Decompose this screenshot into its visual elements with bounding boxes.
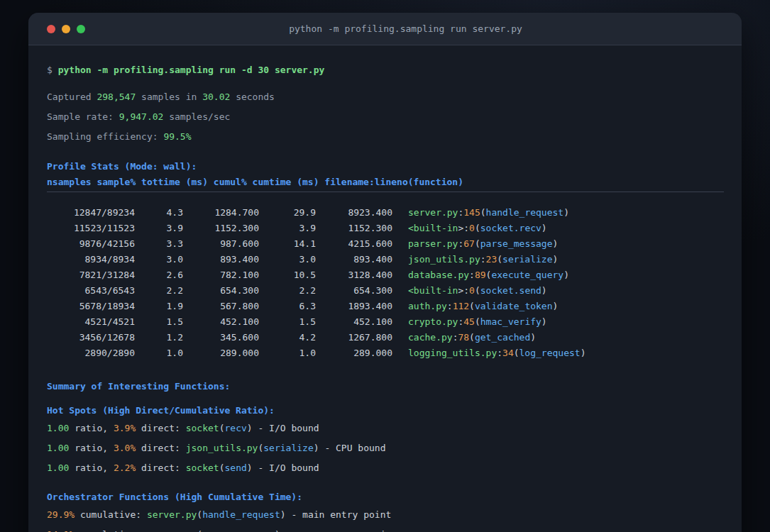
orchestrator-line: 14.1% cumulative: parser.py(parse_messag… <box>47 527 724 532</box>
text-segment: ( <box>475 223 480 233</box>
table-cell: 4215.600 <box>316 236 392 252</box>
table-cell-filename: json_utils.py:23(serialize) <box>408 254 558 265</box>
text-segment: direct: <box>136 423 185 433</box>
terminal-output[interactable]: $ python -m profiling.sampling run -d 30… <box>28 45 742 532</box>
table-cell: 3.0 <box>259 252 316 267</box>
table-cell: 452.100 <box>316 314 392 330</box>
orchestrator-line: 29.9% cumulative: server.py(handle_reque… <box>47 507 724 523</box>
table-cell: 3.9 <box>259 221 316 236</box>
close-button[interactable] <box>47 25 55 33</box>
text-segment: socket.send <box>480 285 541 296</box>
table-cell: 8934/8934 <box>47 252 135 267</box>
table-cell: 345.600 <box>183 330 259 345</box>
table-cell: 2.2 <box>259 283 316 299</box>
text-segment: ( <box>197 509 202 520</box>
table-cell: 4521/4521 <box>47 314 135 330</box>
table-row: 9876/421563.3987.60014.14215.600parser.p… <box>47 236 724 252</box>
table-cell: 29.9 <box>259 205 316 221</box>
text-segment: execute_query <box>491 270 563 280</box>
table-cell: 654.300 <box>316 283 392 299</box>
table-cell: 1893.400 <box>316 299 392 314</box>
text-segment: 30.02 <box>202 92 230 102</box>
text-segment: ) <box>280 509 286 520</box>
text-segment: ( <box>497 254 502 265</box>
maximize-button[interactable] <box>77 25 85 33</box>
text-segment: 2.2% <box>114 462 136 473</box>
text-segment: ( <box>469 301 475 311</box>
table-row: 6543/65432.2654.3002.2654.300<built-in>:… <box>47 283 724 299</box>
table-row: 11523/115233.91152.3003.91152.300<built-… <box>47 221 724 236</box>
text-segment: json_utils.py <box>186 443 258 453</box>
table-cell: 8923.400 <box>316 205 392 221</box>
text-segment: recv <box>225 423 247 433</box>
table-cell: 1152.300 <box>183 221 259 236</box>
text-segment: serialize <box>502 254 552 265</box>
table-cell: 5678/18934 <box>47 299 135 314</box>
text-segment: - main entry point <box>286 509 392 520</box>
text-segment: cache.py <box>408 332 453 343</box>
text-segment: ) <box>581 348 586 358</box>
table-row: 4521/45211.5452.1001.5452.100crypto.py:4… <box>47 314 724 330</box>
text-segment: <built-in <box>408 223 458 233</box>
table-cell-filename: crypto.py:45(hmac_verify) <box>408 316 547 327</box>
table-cell: 782.100 <box>183 267 259 283</box>
text-segment: ) <box>563 270 569 280</box>
text-segment: 3.0% <box>114 443 136 453</box>
table-cell: 654.300 <box>183 283 259 299</box>
window-titlebar: python -m profiling.sampling run server.… <box>28 13 742 45</box>
window-controls <box>47 13 85 45</box>
text-segment: 0 <box>469 285 475 296</box>
table-row: 12847/892344.31284.70029.98923.400server… <box>47 205 724 221</box>
stats-column-header: nsamples sample% tottime (ms) cumul% cum… <box>47 174 724 190</box>
text-segment: 34 <box>502 348 514 358</box>
table-cell: 1.5 <box>259 314 316 330</box>
text-segment: ( <box>475 316 480 327</box>
table-cell: 1152.300 <box>316 221 392 236</box>
text-segment: ) <box>247 423 253 433</box>
text-segment: - CPU bound <box>319 443 386 453</box>
text-segment: socket <box>186 423 219 433</box>
table-cell-filename: server.py:145(handle_request) <box>408 207 569 218</box>
hot-spots-title: Hot Spots (High Direct/Cumulative Ratio)… <box>47 403 724 419</box>
table-cell-filename: <built-in>:0(socket.send) <box>408 285 547 296</box>
text-segment: handle_request <box>486 207 564 218</box>
command-line: $ python -m profiling.sampling run -d 30… <box>47 62 724 78</box>
text-segment: ( <box>480 207 486 218</box>
table-cell: 3128.400 <box>316 267 392 283</box>
text-segment: auth.py <box>408 301 447 311</box>
minimize-button[interactable] <box>62 25 70 33</box>
hot-spot-list: 1.00 ratio, 3.9% direct: socket(recv) - … <box>47 421 724 476</box>
text-segment: socket <box>186 462 219 473</box>
text-segment: parse_message <box>480 238 553 249</box>
hot-spot-line: 1.00 ratio, 3.9% direct: socket(recv) - … <box>47 421 724 436</box>
text-segment: 89 <box>475 270 486 280</box>
text-segment: python -m profiling.sampling run -d 30 s… <box>58 65 325 75</box>
text-segment: ( <box>514 348 519 358</box>
text-segment: log_request <box>519 348 581 358</box>
orchestrator-list: 29.9% cumulative: server.py(handle_reque… <box>47 507 724 532</box>
text-segment: : <box>497 348 502 358</box>
text-segment: get_cached <box>475 332 530 343</box>
table-cell: 11523/11523 <box>47 221 135 236</box>
table-cell: 1267.800 <box>316 330 392 345</box>
text-segment: $ <box>47 65 58 75</box>
text-segment: ratio, <box>69 462 114 473</box>
text-segment: samples/sec <box>163 111 230 122</box>
table-cell: 3.0 <box>135 252 183 267</box>
hot-spot-line: 1.00 ratio, 2.2% direct: socket(send) - … <box>47 460 724 476</box>
summary-title: Summary of Interesting Functions: <box>47 379 724 394</box>
text-segment: - I/O bound <box>253 423 319 433</box>
text-segment: ratio, <box>69 443 114 453</box>
text-segment: ) <box>275 529 280 532</box>
text-segment: socket.recv <box>480 223 541 233</box>
text-segment: Sample rate: <box>47 111 119 122</box>
profile-stats-title: Profile Stats (Mode: wall): <box>47 159 724 174</box>
text-segment: direct: <box>136 462 185 473</box>
table-cell: 3456/12678 <box>47 330 135 345</box>
text-segment: ) <box>553 301 559 311</box>
captured-samples-line: Captured 298,547 samples in 30.02 second… <box>47 89 724 105</box>
table-cell: 12847/89234 <box>47 205 135 221</box>
text-segment: 29.9% <box>47 509 75 520</box>
text-segment: - I/O bound <box>253 462 319 473</box>
table-cell: 7821/31284 <box>47 267 135 283</box>
